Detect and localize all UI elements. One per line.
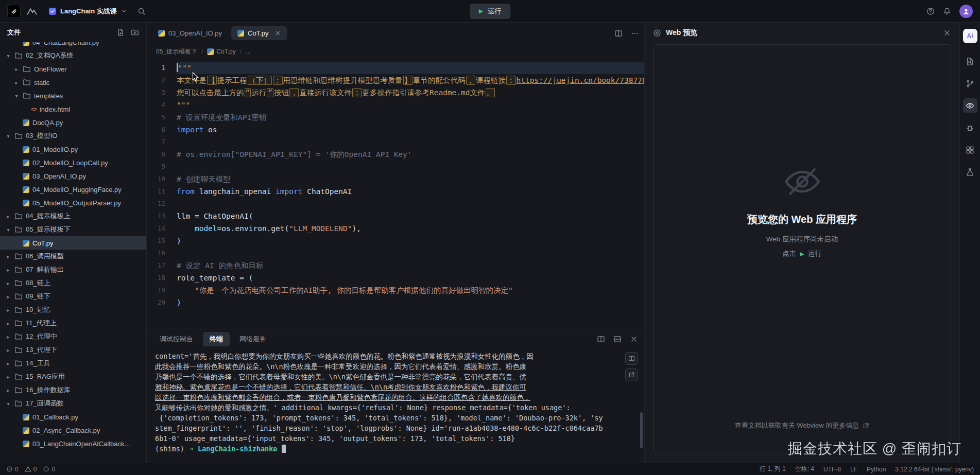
tree-item-CoT.py[interactable]: CoT.py (0, 236, 146, 250)
code-line-2[interactable]: 2本文件是【提示工程（下）：用思维链和思维树提升模型思考质量】章节的配套代码，课… (147, 74, 644, 86)
code-line-8[interactable]: 8# os.environ["OPENAI_API_KEY"] = '你的Ope… (147, 148, 644, 161)
status-item[interactable]: 空格: 4 (795, 465, 814, 473)
code-line-17[interactable]: 17# 设定 AI 的角色和目标 (147, 259, 644, 272)
tree-item-04_ModelIO_HuggingFace.py[interactable]: 04_ModelIO_HuggingFace.py (0, 183, 146, 196)
tree-item-03_模型IO[interactable]: ▾03_模型IO (0, 129, 146, 143)
activity-web-preview[interactable] (963, 98, 977, 113)
tree-item-16_操作数据库[interactable]: ▸16_操作数据库 (0, 383, 146, 397)
breadcrumb-segment[interactable]: ... (246, 48, 251, 55)
ai-assistant-icon[interactable]: AI (963, 29, 977, 43)
search-icon[interactable] (137, 7, 146, 15)
token-box: ； (352, 88, 362, 97)
tree-item-03_LangChainOpenAICallback...[interactable]: 03_LangChainOpenAICallback... (0, 437, 146, 450)
tree-item-11_代理上[interactable]: ▸11_代理上 (0, 316, 146, 330)
code-line-1[interactable]: 1""" (147, 62, 644, 74)
app-logo-icon[interactable] (7, 5, 21, 18)
code-line-14[interactable]: 14 model=os.environ.get("LLM_MODELEND"), (147, 222, 644, 235)
status-warning-count[interactable]: 0 (25, 466, 37, 473)
panel-tab-调试控制台[interactable]: 调试控制台 (153, 332, 200, 346)
split-editor-icon[interactable] (614, 29, 623, 38)
close-tab-icon[interactable] (274, 30, 281, 37)
tree-item-01_ModelIO.py[interactable]: 01_ModelIO.py (0, 143, 146, 156)
status-item[interactable]: 行 1, 列 1 (760, 465, 786, 473)
status-error-count[interactable]: 0 (6, 466, 19, 473)
new-folder-icon[interactable] (131, 28, 139, 37)
status-item[interactable]: Python (867, 466, 886, 473)
status-item[interactable]: LF (850, 466, 857, 473)
code-lines: 1"""2本文件是【提示工程（下）：用思维链和思维树提升模型思考质量】章节的配套… (147, 62, 644, 309)
tree-item-03_OpenAI_IO.py[interactable]: 03_OpenAI_IO.py (0, 169, 146, 183)
editor-tab-03_OpenAI_IO.py[interactable]: 03_OpenAI_IO.py (152, 26, 228, 40)
code-line-10[interactable]: 10# 创建聊天模型 (147, 173, 644, 185)
code-line-13[interactable]: 13llm = ChatOpenAI( (147, 210, 644, 222)
tree-item-07_解析输出[interactable]: ▸07_解析输出 (0, 263, 146, 276)
tree-item-01_Callback.py[interactable]: 01_Callback.py (0, 410, 146, 424)
code-line-5[interactable]: 5# 设置环境变量和API密钥 (147, 111, 644, 124)
tree-item-OneFlower[interactable]: ▸OneFlower (0, 62, 146, 76)
code-line-20[interactable]: 20) (147, 296, 644, 309)
code-editor[interactable]: 1"""2本文件是【提示工程（下）：用思维链和思维树提升模型思考质量】章节的配套… (147, 59, 644, 329)
code-line-16[interactable]: 16 (147, 247, 644, 259)
code-line-9[interactable]: 9 (147, 161, 644, 173)
tree-item-13_代理下[interactable]: ▸13_代理下 (0, 343, 146, 357)
tree-item-02_Async_Callback.py[interactable]: 02_Async_Callback.py (0, 424, 146, 437)
terminal[interactable]: content='首先，我明白你想要为你的女朋友购买一些她喜欢的颜色的花。粉色和… (147, 349, 644, 463)
code-line-7[interactable]: 7 (147, 136, 644, 148)
tree-item-04_ChatLangChain.py[interactable]: 04_ChatLangChain.py (0, 42, 146, 49)
tree-item-DocQA.py[interactable]: DocQA.py (0, 116, 146, 129)
code-line-12[interactable]: 12 (147, 198, 644, 210)
code-line-4[interactable]: 4""" (147, 99, 644, 111)
activity-extensions-grid[interactable] (963, 143, 977, 157)
notifications-bell-icon[interactable] (943, 7, 951, 15)
tree-item-04_提示模板上[interactable]: ▸04_提示模板上 (0, 209, 146, 223)
code-line-18[interactable]: 18role_template = ( (147, 272, 644, 284)
tree-item-15_RAG应用[interactable]: ▸15_RAG应用 (0, 370, 146, 383)
close-icon[interactable] (943, 29, 951, 37)
split-columns-icon[interactable] (597, 335, 605, 343)
status-item[interactable]: UTF-8 (823, 466, 841, 473)
breadcrumb-segment[interactable]: 05_提示模板下 (156, 47, 197, 56)
split-rows-icon[interactable] (613, 335, 622, 343)
run-button[interactable]: ▶ 运行 (470, 4, 510, 19)
activity-debug[interactable] (963, 120, 977, 135)
tree-item-17_回调函数[interactable]: ▾17_回调函数 (0, 397, 146, 410)
new-file-icon[interactable] (116, 28, 125, 37)
tree-item-09_链下[interactable]: ▸09_链下 (0, 290, 146, 303)
tree-item-02_ModelIO_LoopCall.py[interactable]: 02_ModelIO_LoopCall.py (0, 156, 146, 169)
help-icon[interactable] (926, 7, 935, 15)
panel-tab-终端[interactable]: 终端 (203, 332, 230, 346)
activity-beaker[interactable] (963, 165, 977, 179)
tree-item-06_调用模型[interactable]: ▸06_调用模型 (0, 250, 146, 263)
editor-tab-CoT.py[interactable]: CoT.py (231, 26, 287, 40)
panel-tab-网络服务[interactable]: 网络服务 (233, 332, 273, 346)
avatar[interactable] (959, 5, 973, 18)
activity-file-search[interactable] (963, 54, 977, 68)
tree-item-05_ModelIO_OutputParser.py[interactable]: 05_ModelIO_OutputParser.py (0, 196, 146, 209)
close-icon[interactable] (630, 335, 638, 343)
code-line-6[interactable]: 6import os (147, 124, 644, 136)
tree-item-10_记忆[interactable]: ▸10_记忆 (0, 303, 146, 316)
terminal-split-editor-button[interactable] (625, 352, 638, 365)
tree-item-12_代理中[interactable]: ▸12_代理中 (0, 330, 146, 343)
tree-item-static[interactable]: ▸static (0, 76, 146, 89)
terminal-external-button[interactable] (625, 368, 638, 381)
tree-item-05_提示模板下[interactable]: ▾05_提示模板下 (0, 223, 146, 236)
code-line-11[interactable]: 11from langchain_openai import ChatOpenA… (147, 185, 644, 198)
terminal-scrollbar[interactable] (640, 412, 643, 448)
status-info-count[interactable]: 0 (43, 466, 55, 473)
tree-item-02_文档QA系统[interactable]: ▾02_文档QA系统 (0, 49, 146, 62)
webview-docs-link[interactable]: 查看文档以获取有关 Webview 的更多信息 (654, 421, 951, 430)
more-icon[interactable] (631, 29, 639, 38)
code-line-15[interactable]: 15) (147, 235, 644, 247)
tree-item-08_链上[interactable]: ▸08_链上 (0, 276, 146, 290)
project-selector[interactable]: LangChain 实战课 (44, 5, 131, 18)
activity-git-branch[interactable] (963, 76, 977, 91)
marscode-logo-icon[interactable] (27, 7, 38, 16)
code-line-3[interactable]: 3您可以点击最上方的“运行”按钮，直接运行该文件；更多操作指引请参考Readme… (147, 86, 644, 99)
tree-item-14_工具[interactable]: ▸14_工具 (0, 357, 146, 370)
tree-item-index.html[interactable]: <>index.html (0, 102, 146, 116)
code-line-19[interactable]: 19 "你是一个为花店电商公司工作的AI助手, 你的目标是帮助客户根据他们的喜好… (147, 284, 644, 296)
breadcrumb-segment[interactable]: CoT.py (207, 48, 235, 55)
tree-item-templates[interactable]: ▾templates (0, 89, 146, 102)
status-item[interactable]: 3.12.2 64-bit ('shims': pyenv) (895, 466, 974, 473)
